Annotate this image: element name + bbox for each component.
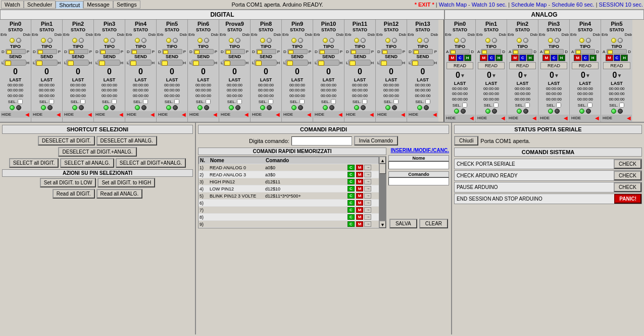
cmd-arrow-btn[interactable]: → xyxy=(364,165,371,170)
scroll-thumb[interactable] xyxy=(379,164,386,174)
hide-row[interactable]: HIDE◀ xyxy=(476,115,506,121)
cmd-c-btn[interactable]: C xyxy=(348,193,355,199)
hide-arrow[interactable]: ◀ xyxy=(370,112,374,117)
hide-row[interactable]: HIDE◀ xyxy=(602,115,632,121)
sel-checkbox[interactable] xyxy=(619,103,624,108)
cmd-arrow-btn[interactable]: → xyxy=(364,207,371,213)
send-slider[interactable] xyxy=(348,60,371,66)
check-btn[interactable]: CHECK xyxy=(614,171,641,180)
inserim-link[interactable]: INSERIM./MODIF./CANC. xyxy=(390,148,449,153)
cmd-m-btn[interactable]: M xyxy=(356,207,364,213)
hide-arrow[interactable]: ◀ xyxy=(244,112,249,117)
check-btn[interactable]: CHECK xyxy=(614,159,641,169)
sel-checkbox[interactable] xyxy=(18,99,23,104)
sel-checkbox[interactable] xyxy=(143,99,148,104)
select-digit-btn[interactable]: SELECT all DIGIT. xyxy=(9,158,59,168)
cmd-c-btn[interactable]: C xyxy=(348,200,355,206)
read-digit-btn[interactable]: Read all DIGIT. xyxy=(53,189,95,199)
mch-c-btn[interactable]: C xyxy=(582,55,589,61)
scroll-down-btn[interactable]: ▼ xyxy=(379,221,386,228)
send-slider[interactable] xyxy=(4,60,26,66)
sel-checkbox[interactable] xyxy=(362,99,367,104)
hide-row[interactable]: HIDE◀ xyxy=(251,111,281,118)
hide-row[interactable]: HIDE◀ xyxy=(126,111,156,118)
hide-row[interactable]: HIDE◀ xyxy=(94,111,124,118)
tipo-slider[interactable] xyxy=(37,49,57,54)
send-slider[interactable] xyxy=(66,60,89,66)
cmd-arrow-btn[interactable]: → xyxy=(364,214,371,220)
cmd-arrow-btn[interactable]: → xyxy=(364,179,371,184)
sel-checkbox[interactable] xyxy=(587,103,592,108)
sel-checkbox[interactable] xyxy=(425,99,430,104)
sel-checkbox[interactable] xyxy=(393,99,399,104)
hide-arrow[interactable]: ◀ xyxy=(627,115,631,121)
sel-checkbox[interactable] xyxy=(206,99,211,104)
watch-10-link[interactable]: Watch 10 sec. xyxy=(472,2,507,8)
mch-m-btn[interactable]: M xyxy=(480,55,487,61)
invia-btn[interactable]: Invia Comando xyxy=(354,136,398,146)
hide-arrow[interactable]: ◀ xyxy=(57,112,61,117)
cmd-m-btn[interactable]: M xyxy=(356,200,364,206)
sel-checkbox[interactable] xyxy=(112,99,117,104)
clear-btn[interactable]: CLEAR xyxy=(419,219,448,228)
watch-map-link[interactable]: Watch Map xyxy=(439,2,467,8)
sel-checkbox[interactable] xyxy=(493,103,499,108)
hide-arrow[interactable]: ◀ xyxy=(119,112,123,117)
tipo-slider[interactable] xyxy=(6,49,26,54)
hide-row[interactable]: HIDE◀ xyxy=(445,115,475,121)
nome-input[interactable] xyxy=(388,161,449,169)
cmd-m-btn[interactable]: M xyxy=(356,214,364,220)
sel-checkbox[interactable] xyxy=(80,99,85,104)
send-slider[interactable] xyxy=(160,60,183,66)
read-btn[interactable]: READ xyxy=(509,62,536,69)
hide-row[interactable]: HIDE◀ xyxy=(1,111,30,118)
chiudi-btn[interactable]: Chiudi xyxy=(454,136,478,146)
mch-c-btn[interactable]: C xyxy=(614,55,621,61)
digita-input[interactable] xyxy=(291,136,352,146)
check-btn[interactable]: CHECK xyxy=(614,182,641,192)
schedule-60-link[interactable]: Schedule 60 sec. xyxy=(552,2,594,8)
mch-h-btn[interactable]: H xyxy=(464,55,471,61)
hide-row[interactable]: HIDE◀ xyxy=(157,111,187,118)
cmd-c-btn[interactable]: C xyxy=(348,207,355,213)
mch-h-btn[interactable]: H xyxy=(589,55,597,61)
mch-h-btn[interactable]: H xyxy=(558,55,565,61)
tipo-slider[interactable] xyxy=(131,49,151,54)
hide-row[interactable]: HIDE◀ xyxy=(188,111,218,118)
sel-checkbox[interactable] xyxy=(49,99,54,104)
session-link[interactable]: SESSION 10 sec. xyxy=(599,2,643,8)
send-slider[interactable] xyxy=(191,60,214,66)
hide-arrow[interactable]: ◀ xyxy=(338,112,342,117)
tipo-slider[interactable] xyxy=(607,49,627,54)
tipo-slider[interactable] xyxy=(319,49,339,54)
deselect-both-btn[interactable]: DESELECT all DIGIT.+ANALG. xyxy=(58,147,136,157)
sel-checkbox[interactable] xyxy=(300,99,305,104)
tipo-slider[interactable] xyxy=(68,49,88,54)
comando-input[interactable] xyxy=(388,177,449,185)
dropdown-arrow[interactable]: ▼ xyxy=(617,73,621,78)
mch-c-btn[interactable]: C xyxy=(457,55,464,61)
read-btn[interactable]: READ xyxy=(540,62,567,69)
cmd-arrow-btn[interactable]: → xyxy=(364,186,371,191)
dropdown-arrow[interactable]: ▼ xyxy=(585,73,589,78)
tipo-slider[interactable] xyxy=(287,49,308,54)
cmd-c-btn[interactable]: C xyxy=(348,165,355,170)
hide-arrow[interactable]: ◀ xyxy=(151,112,155,117)
tipo-slider[interactable] xyxy=(381,49,402,54)
cmd-c-btn[interactable]: C xyxy=(348,221,355,227)
tab-shortcut[interactable]: Shortcut xyxy=(56,1,83,9)
hide-row[interactable]: HIDE◀ xyxy=(570,115,600,121)
mch-m-btn[interactable]: M xyxy=(606,55,613,61)
tab-watch[interactable]: Watch xyxy=(1,1,24,9)
mch-m-btn[interactable]: M xyxy=(449,55,456,61)
scroll-up-btn[interactable]: ▲ xyxy=(379,157,386,164)
hide-arrow[interactable]: ◀ xyxy=(564,115,568,121)
hide-row[interactable]: HIDE◀ xyxy=(408,111,438,118)
tipo-slider[interactable] xyxy=(575,49,595,54)
hide-arrow[interactable]: ◀ xyxy=(213,112,217,117)
cmd-arrow-btn[interactable]: → xyxy=(364,193,371,199)
hide-arrow[interactable]: ◀ xyxy=(182,112,186,117)
hide-row[interactable]: HIDE◀ xyxy=(376,111,406,118)
cmd-m-btn[interactable]: M xyxy=(356,172,364,177)
send-slider[interactable] xyxy=(285,60,308,66)
